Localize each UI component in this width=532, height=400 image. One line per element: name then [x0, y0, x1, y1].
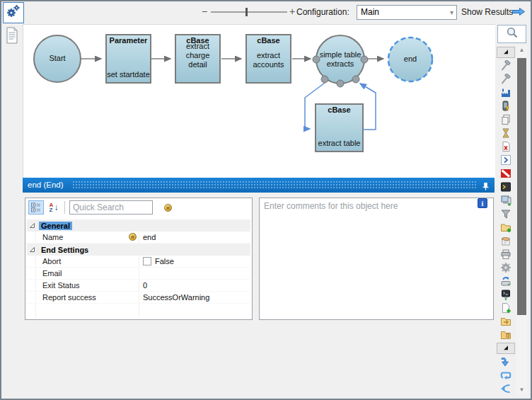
no-entry-icon[interactable] [500, 166, 511, 180]
show-results-link[interactable]: Show Results [461, 7, 513, 17]
folder-closed-icon[interactable] [500, 328, 511, 341]
property-label: Email [42, 269, 62, 278]
titlebar-texture [72, 181, 478, 190]
document-icon [5, 34, 19, 46]
contract-sign-icon[interactable] [500, 234, 511, 247]
gear-icon[interactable] [500, 261, 511, 274]
property-label: Exit Status [42, 281, 80, 290]
folder-export-icon[interactable] [500, 314, 511, 328]
terminal-monitor-icon[interactable] [500, 287, 511, 301]
property-row-report-success[interactable]: Report successSuccessOrWarning [27, 292, 250, 304]
collapse-triangle-icon[interactable] [29, 222, 35, 229]
document-tab-button[interactable] [5, 27, 19, 44]
node-start-shape[interactable] [34, 35, 81, 82]
hourglass-icon[interactable] [500, 126, 511, 139]
category-label: End Settings [39, 246, 91, 254]
property-grid-rows: GeneralNameendEnd SettingsAbortFalseEmai… [27, 219, 250, 318]
document-add-icon[interactable] [500, 301, 511, 314]
zoom-in-label[interactable]: + [289, 6, 295, 17]
zoom-slider[interactable] [211, 11, 287, 13]
configuration-select[interactable]: Main ▾ [357, 5, 457, 20]
property-value[interactable]: end [143, 233, 156, 241]
filter-funnel-icon[interactable] [500, 207, 511, 220]
configuration-value: Main [361, 7, 379, 17]
quick-search-input[interactable] [69, 200, 153, 215]
coin-icon [129, 233, 137, 241]
coin-icon [164, 204, 172, 212]
tool-icons-list [496, 45, 516, 395]
mobile-flash-icon[interactable] [500, 99, 511, 113]
scroll-down-icon[interactable]: ▼ [516, 385, 527, 395]
drive-sync-icon[interactable] [500, 274, 511, 287]
application-window: − + Configuration: Main ▾ Show Results [0, 0, 532, 400]
row-gutter [27, 268, 36, 279]
property-grid-toolbar: AZ↓ [25, 198, 252, 218]
row-gutter [27, 280, 36, 291]
zoom-slider-handle[interactable] [245, 8, 248, 16]
factory-icon[interactable] [500, 86, 511, 99]
property-row-email[interactable]: Email [27, 268, 250, 280]
category-label: General [39, 222, 72, 230]
node-parameter-shape[interactable] [106, 35, 151, 83]
info-button[interactable]: i [478, 198, 487, 208]
tools-scrollbar[interactable]: ▲ ▼ [516, 45, 527, 395]
node-end-shape[interactable] [388, 38, 432, 81]
property-row-name[interactable]: Nameend [27, 232, 250, 244]
connection-point[interactable] [313, 56, 320, 63]
configuration-label: Configuration: [296, 7, 349, 17]
scrollbar-thumb[interactable] [517, 58, 526, 315]
row-gutter [27, 232, 36, 243]
chevron-down-icon: ▾ [450, 6, 453, 19]
categorized-view-button[interactable] [28, 200, 44, 215]
tools-sidebar: ▲ ▼ [495, 23, 530, 397]
collapse-triangle-icon[interactable] [29, 246, 35, 253]
category-general[interactable]: General [27, 219, 250, 232]
loop-repeat-icon[interactable] [500, 368, 511, 382]
process-tab-button[interactable] [3, 2, 24, 23]
console-icon[interactable] [500, 180, 511, 193]
flow-canvas[interactable]: Start Parameter set startdate cBase extr… [23, 24, 495, 178]
properties-panel-titlebar[interactable]: end (End) [23, 178, 495, 193]
scroll-up-icon[interactable]: ▲ [516, 45, 527, 55]
comments-input[interactable] [260, 198, 493, 319]
connection-point[interactable] [321, 76, 328, 83]
property-value[interactable]: False [155, 257, 174, 265]
show-results-arrow-icon[interactable] [511, 6, 526, 19]
pointer-2-icon[interactable] [497, 343, 515, 354]
abort-checkbox[interactable] [143, 257, 151, 265]
hammer-2-icon[interactable] [500, 72, 511, 86]
top-toolbar: − + Configuration: Main ▾ Show Results [1, 1, 531, 23]
connection-point[interactable] [337, 80, 344, 87]
hammer-icon[interactable] [500, 59, 511, 72]
property-grid: AZ↓ GeneralNameendEnd SettingsAbortFalse… [25, 198, 253, 320]
category-end-settings[interactable]: End Settings [27, 244, 250, 256]
arrow-down-join-icon[interactable] [500, 355, 511, 368]
property-value[interactable]: 0 [143, 281, 147, 290]
left-tab-strip [1, 23, 23, 399]
node-cbase-accounts-shape[interactable] [246, 35, 291, 83]
chevron-right-box-icon[interactable] [500, 153, 511, 166]
copy-pages-icon[interactable] [500, 113, 511, 126]
computer-network-icon[interactable] [500, 193, 511, 207]
property-row-abort[interactable]: AbortFalse [27, 256, 250, 268]
printer-icon[interactable] [500, 247, 511, 261]
connection-point[interactable] [352, 76, 359, 83]
row-gutter [27, 256, 36, 267]
gears-icon [6, 4, 21, 22]
connection-point[interactable] [361, 56, 368, 63]
zoom-out-label[interactable]: − [202, 6, 207, 17]
branch-split-icon[interactable] [500, 382, 511, 395]
tool-search-box[interactable] [497, 25, 526, 43]
property-value[interactable]: SuccessOrWarning [143, 293, 209, 302]
document-delete-icon[interactable] [500, 139, 511, 153]
magnifier-icon [506, 26, 519, 42]
node-cbase-charge-shape[interactable] [175, 35, 220, 83]
pointer-icon[interactable] [497, 47, 515, 58]
grid-filler [27, 304, 250, 318]
node-cbase-table-shape[interactable] [316, 104, 363, 152]
folder-add-icon[interactable] [500, 220, 511, 234]
row-gutter [27, 292, 36, 303]
property-row-exit-status[interactable]: Exit Status0 [27, 280, 250, 292]
alphabetical-sort-button[interactable]: AZ↓ [46, 200, 62, 215]
properties-area: AZ↓ GeneralNameendEnd SettingsAbortFalse… [23, 193, 495, 396]
